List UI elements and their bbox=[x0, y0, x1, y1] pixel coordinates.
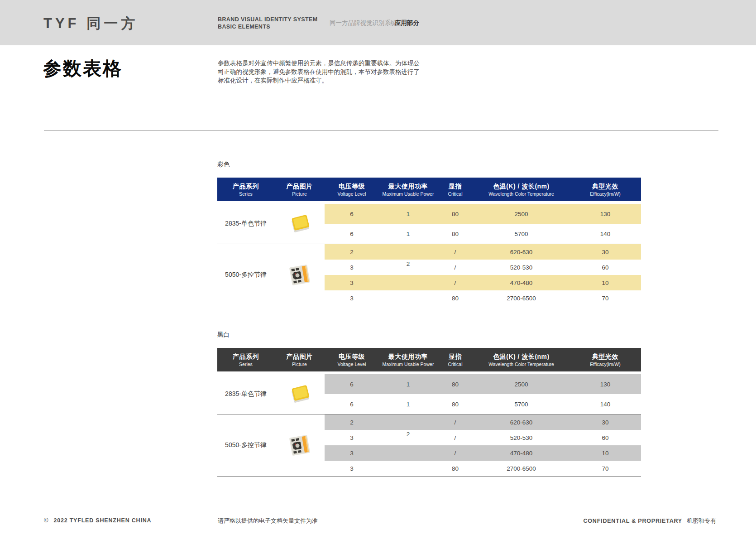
value-cell: 2500 bbox=[473, 381, 569, 388]
table-row: 61802500130 bbox=[325, 204, 641, 224]
column-header-cn: 电压等级 bbox=[339, 353, 365, 361]
cell-value: 30 bbox=[602, 249, 608, 255]
table-body: 2835-单色节律 61802500130618057001405050-多控节… bbox=[217, 204, 641, 306]
value-cell: / bbox=[437, 249, 473, 255]
footer-confidential-cn: 机密和专有 bbox=[687, 517, 716, 525]
led-chip-5050-icon bbox=[274, 415, 325, 476]
cell-value: 3 bbox=[350, 264, 354, 271]
footer-confidential: CONFIDENTIAL & PROPRIETARY 机密和专有 bbox=[584, 517, 717, 525]
column-header-cn: 色温(K) / 波长(nm) bbox=[493, 353, 549, 361]
value-cell: 80 bbox=[437, 401, 473, 408]
column-header-cn: 显指 bbox=[449, 353, 462, 361]
value-cell: 5700 bbox=[473, 401, 569, 408]
value-cell: 6 bbox=[325, 211, 379, 217]
column-header-en: Efficacy(lm/W) bbox=[590, 191, 620, 197]
cell-value: 6 bbox=[350, 231, 354, 237]
column-header: 产品系列Series bbox=[217, 348, 274, 371]
column-header-cn: 产品系列 bbox=[233, 183, 259, 191]
copyright-icon: © bbox=[44, 517, 48, 524]
table-section: 彩色产品系列Series产品图片Picture电压等级Voltage Level… bbox=[217, 161, 641, 306]
footer-copyright: © 2022 TYFLED SHENZHEN CHINA bbox=[44, 517, 151, 524]
cell-value: 2 bbox=[350, 419, 354, 426]
value-cell: 2500 bbox=[473, 211, 569, 217]
footer-copyright-text: 2022 TYFLED SHENZHEN CHINA bbox=[53, 517, 151, 524]
value-cell: 3 bbox=[325, 264, 379, 271]
table-row: 2/620-63030 bbox=[325, 415, 641, 430]
content-divider bbox=[44, 130, 718, 131]
column-header-en: Series bbox=[239, 191, 253, 197]
value-cell: 470-480 bbox=[473, 280, 569, 286]
table-row: 61802500130 bbox=[325, 374, 641, 394]
column-header-en: Maximum Usable Power bbox=[383, 191, 434, 197]
value-cell: 2 bbox=[325, 419, 379, 426]
column-header-en: Voltage Level bbox=[337, 191, 366, 197]
cell-value: 520-530 bbox=[510, 434, 533, 441]
cell-value: / bbox=[455, 450, 456, 457]
cell-value: / bbox=[455, 264, 456, 271]
table-section: 黑白产品系列Series产品图片Picture电压等级Voltage Level… bbox=[217, 331, 641, 477]
table-row: 2/620-63030 bbox=[325, 244, 641, 260]
cell-value: 470-480 bbox=[510, 280, 533, 286]
cell-value: 140 bbox=[600, 231, 611, 237]
brand-logo: TYF 同一方 bbox=[43, 14, 138, 33]
cell-value: 10 bbox=[602, 450, 608, 457]
cell-value: 70 bbox=[602, 465, 608, 472]
led-chip-2835-icon bbox=[274, 204, 325, 244]
column-header-en: Voltage Level bbox=[337, 361, 366, 367]
column-header-cn: 产品图片 bbox=[287, 183, 313, 191]
column-header: 产品图片Picture bbox=[274, 178, 325, 201]
cell-value: 1 bbox=[407, 211, 410, 217]
series-name-cell: 5050-多控节律 bbox=[217, 415, 274, 476]
column-header-cn: 典型光效 bbox=[592, 353, 618, 361]
cell-value: 2500 bbox=[514, 211, 528, 217]
table-bottom-line bbox=[217, 306, 641, 306]
value-cell: 80 bbox=[437, 295, 473, 302]
value-cell: 1 bbox=[379, 381, 437, 388]
cell-value: 520-530 bbox=[510, 264, 533, 271]
value-cell: / bbox=[437, 419, 473, 426]
cell-value: 6 bbox=[350, 381, 354, 388]
table-row: 3/470-48010 bbox=[325, 445, 641, 461]
cell-value: 3 bbox=[350, 280, 354, 286]
value-cell: 1 bbox=[379, 211, 437, 217]
value-cell: / bbox=[437, 434, 473, 441]
value-cell: 6 bbox=[325, 231, 379, 237]
brand-title-line2: BASIC ELEMENTS bbox=[218, 23, 317, 30]
cell-value: 6 bbox=[350, 211, 354, 217]
value-cell: 30 bbox=[569, 419, 641, 426]
cell-value: 5700 bbox=[514, 401, 528, 408]
table-row: 61805700140 bbox=[325, 224, 641, 244]
table-row: 32/520-53060 bbox=[325, 430, 641, 445]
table-body: 2835-单色节律 61802500130618057001405050-多控节… bbox=[217, 374, 641, 477]
product-group: 2835-单色节律 6180250013061805700140 bbox=[217, 204, 641, 244]
column-header: 显指Critical bbox=[437, 178, 473, 201]
value-cell: 130 bbox=[569, 211, 641, 217]
series-name-cell: 5050-多控节律 bbox=[217, 244, 274, 306]
product-group: 5050-多控节律 2/620-6303032/520-530603/470-4… bbox=[217, 244, 641, 306]
column-header-en: Critical bbox=[448, 361, 462, 367]
value-cell: 620-630 bbox=[473, 419, 569, 426]
column-header-cn: 最大使用功率 bbox=[388, 183, 428, 191]
column-header-en: Wavelength Color Temperature bbox=[488, 191, 554, 197]
column-header: 产品图片Picture bbox=[274, 348, 325, 371]
value-cell: 3 bbox=[325, 434, 379, 441]
cell-value: 10 bbox=[602, 280, 608, 286]
column-header-en: Critical bbox=[448, 191, 462, 197]
value-cell: / bbox=[437, 450, 473, 457]
cell-value: 60 bbox=[602, 434, 608, 441]
table-section-label: 黑白 bbox=[217, 331, 641, 338]
column-header-cn: 电压等级 bbox=[339, 183, 365, 191]
intro-paragraph: 参数表格是对外宣传中频繁使用的元素，是信息传递的重要载体。为体现公司正确的视觉形… bbox=[218, 59, 420, 85]
cell-value: 1 bbox=[407, 381, 410, 388]
cell-value: 80 bbox=[452, 381, 459, 388]
cell-value: 1 bbox=[407, 401, 410, 408]
value-cell: 3 bbox=[325, 465, 379, 472]
value-cell: 2 bbox=[379, 434, 437, 441]
column-header-en: Picture bbox=[292, 361, 307, 367]
value-cell: 80 bbox=[437, 381, 473, 388]
value-cell: 130 bbox=[569, 381, 641, 388]
group-rows: 2/620-6303032/520-530603/470-48010380270… bbox=[325, 244, 641, 306]
column-header: 色温(K) / 波长(nm)Wavelength Color Temperatu… bbox=[473, 178, 569, 201]
cell-value: 130 bbox=[600, 381, 611, 388]
value-cell: 3 bbox=[325, 450, 379, 457]
